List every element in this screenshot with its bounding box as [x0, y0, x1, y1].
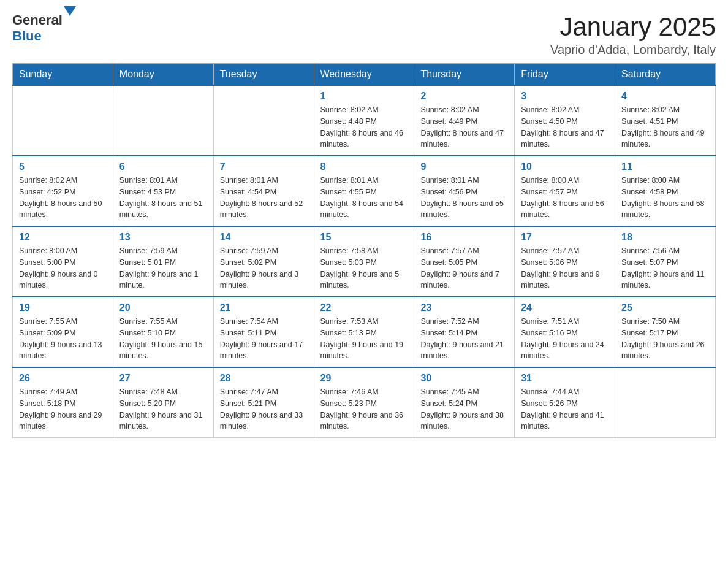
day-info: Sunrise: 7:55 AM Sunset: 5:10 PM Dayligh… — [119, 316, 207, 362]
header-tuesday: Tuesday — [213, 64, 314, 86]
day-info: Sunrise: 8:00 AM Sunset: 4:58 PM Dayligh… — [621, 175, 709, 221]
day-number: 16 — [420, 232, 508, 243]
calendar-cell — [615, 367, 716, 438]
week-row-5: 26Sunrise: 7:49 AM Sunset: 5:18 PM Dayli… — [13, 367, 716, 438]
day-info: Sunrise: 8:02 AM Sunset: 4:50 PM Dayligh… — [521, 104, 609, 150]
day-number: 6 — [119, 161, 207, 172]
day-info: Sunrise: 7:53 AM Sunset: 5:13 PM Dayligh… — [320, 316, 408, 362]
day-info: Sunrise: 7:54 AM Sunset: 5:11 PM Dayligh… — [220, 316, 308, 362]
day-number: 25 — [621, 302, 709, 313]
calendar-location: Vaprio d'Adda, Lombardy, Italy — [550, 43, 716, 57]
day-info: Sunrise: 8:02 AM Sunset: 4:52 PM Dayligh… — [19, 175, 107, 221]
day-number: 3 — [521, 91, 609, 102]
day-info: Sunrise: 8:01 AM Sunset: 4:54 PM Dayligh… — [220, 175, 308, 221]
page-header: General Blue January 2025 Vaprio d'Adda,… — [12, 12, 716, 57]
calendar-cell: 2Sunrise: 8:02 AM Sunset: 4:49 PM Daylig… — [414, 85, 515, 156]
day-info: Sunrise: 8:01 AM Sunset: 4:53 PM Dayligh… — [119, 175, 207, 221]
day-number: 12 — [19, 232, 107, 243]
day-info: Sunrise: 7:59 AM Sunset: 5:01 PM Dayligh… — [119, 245, 207, 291]
day-number: 26 — [19, 373, 107, 384]
calendar-cell: 11Sunrise: 8:00 AM Sunset: 4:58 PM Dayli… — [615, 156, 716, 226]
calendar-cell: 14Sunrise: 7:59 AM Sunset: 5:02 PM Dayli… — [213, 226, 314, 297]
header-wednesday: Wednesday — [314, 64, 414, 86]
calendar-cell: 28Sunrise: 7:47 AM Sunset: 5:21 PM Dayli… — [213, 367, 314, 438]
calendar-table: SundayMondayTuesdayWednesdayThursdayFrid… — [12, 63, 716, 438]
week-row-3: 12Sunrise: 8:00 AM Sunset: 5:00 PM Dayli… — [13, 226, 716, 297]
calendar-cell: 9Sunrise: 8:01 AM Sunset: 4:56 PM Daylig… — [414, 156, 515, 226]
calendar-cell: 19Sunrise: 7:55 AM Sunset: 5:09 PM Dayli… — [13, 297, 113, 367]
calendar-cell: 30Sunrise: 7:45 AM Sunset: 5:24 PM Dayli… — [414, 367, 515, 438]
calendar-cell — [213, 85, 314, 156]
calendar-cell: 26Sunrise: 7:49 AM Sunset: 5:18 PM Dayli… — [13, 367, 113, 438]
day-number: 27 — [119, 373, 207, 384]
logo-text: General Blue — [12, 12, 76, 44]
day-number: 23 — [420, 302, 508, 313]
day-info: Sunrise: 7:58 AM Sunset: 5:03 PM Dayligh… — [320, 245, 408, 291]
day-number: 22 — [320, 302, 408, 313]
day-number: 13 — [119, 232, 207, 243]
day-info: Sunrise: 8:01 AM Sunset: 4:56 PM Dayligh… — [420, 175, 508, 221]
day-info: Sunrise: 8:02 AM Sunset: 4:49 PM Dayligh… — [420, 104, 508, 150]
day-number: 29 — [320, 373, 408, 384]
week-row-1: 1Sunrise: 8:02 AM Sunset: 4:48 PM Daylig… — [13, 85, 716, 156]
calendar-cell: 15Sunrise: 7:58 AM Sunset: 5:03 PM Dayli… — [314, 226, 414, 297]
day-number: 15 — [320, 232, 408, 243]
day-number: 11 — [621, 161, 709, 172]
calendar-cell: 3Sunrise: 8:02 AM Sunset: 4:50 PM Daylig… — [515, 85, 615, 156]
day-number: 5 — [19, 161, 107, 172]
header-thursday: Thursday — [414, 64, 515, 86]
day-info: Sunrise: 8:02 AM Sunset: 4:48 PM Dayligh… — [320, 104, 408, 150]
week-row-2: 5Sunrise: 8:02 AM Sunset: 4:52 PM Daylig… — [13, 156, 716, 226]
day-info: Sunrise: 7:48 AM Sunset: 5:20 PM Dayligh… — [119, 386, 207, 432]
calendar-cell: 1Sunrise: 8:02 AM Sunset: 4:48 PM Daylig… — [314, 85, 414, 156]
day-number: 1 — [320, 91, 408, 102]
day-info: Sunrise: 7:50 AM Sunset: 5:17 PM Dayligh… — [621, 316, 709, 362]
calendar-header-row: SundayMondayTuesdayWednesdayThursdayFrid… — [13, 64, 716, 86]
day-info: Sunrise: 7:44 AM Sunset: 5:26 PM Dayligh… — [521, 386, 609, 432]
calendar-cell: 24Sunrise: 7:51 AM Sunset: 5:16 PM Dayli… — [515, 297, 615, 367]
logo: General Blue — [12, 12, 76, 44]
calendar-cell: 5Sunrise: 8:02 AM Sunset: 4:52 PM Daylig… — [13, 156, 113, 226]
day-info: Sunrise: 7:49 AM Sunset: 5:18 PM Dayligh… — [19, 386, 107, 432]
day-info: Sunrise: 7:59 AM Sunset: 5:02 PM Dayligh… — [220, 245, 308, 291]
logo-blue: Blue — [12, 28, 42, 44]
calendar-cell: 8Sunrise: 8:01 AM Sunset: 4:55 PM Daylig… — [314, 156, 414, 226]
day-info: Sunrise: 7:57 AM Sunset: 5:06 PM Dayligh… — [521, 245, 609, 291]
day-info: Sunrise: 8:00 AM Sunset: 4:57 PM Dayligh… — [521, 175, 609, 221]
day-info: Sunrise: 7:52 AM Sunset: 5:14 PM Dayligh… — [420, 316, 508, 362]
day-number: 28 — [220, 373, 308, 384]
week-row-4: 19Sunrise: 7:55 AM Sunset: 5:09 PM Dayli… — [13, 297, 716, 367]
calendar-cell: 12Sunrise: 8:00 AM Sunset: 5:00 PM Dayli… — [13, 226, 113, 297]
calendar-cell: 29Sunrise: 7:46 AM Sunset: 5:23 PM Dayli… — [314, 367, 414, 438]
logo-general: General — [12, 12, 63, 28]
calendar-cell — [113, 85, 213, 156]
header-friday: Friday — [515, 64, 615, 86]
day-number: 7 — [220, 161, 308, 172]
day-number: 9 — [420, 161, 508, 172]
day-info: Sunrise: 7:57 AM Sunset: 5:05 PM Dayligh… — [420, 245, 508, 291]
day-info: Sunrise: 8:02 AM Sunset: 4:51 PM Dayligh… — [621, 104, 709, 150]
day-number: 19 — [19, 302, 107, 313]
calendar-cell: 16Sunrise: 7:57 AM Sunset: 5:05 PM Dayli… — [414, 226, 515, 297]
day-info: Sunrise: 7:55 AM Sunset: 5:09 PM Dayligh… — [19, 316, 107, 362]
day-number: 4 — [621, 91, 709, 102]
day-number: 20 — [119, 302, 207, 313]
day-info: Sunrise: 7:45 AM Sunset: 5:24 PM Dayligh… — [420, 386, 508, 432]
calendar-cell: 25Sunrise: 7:50 AM Sunset: 5:17 PM Dayli… — [615, 297, 716, 367]
day-info: Sunrise: 8:00 AM Sunset: 5:00 PM Dayligh… — [19, 245, 107, 291]
calendar-cell: 4Sunrise: 8:02 AM Sunset: 4:51 PM Daylig… — [615, 85, 716, 156]
calendar-title: January 2025 — [550, 12, 716, 42]
day-info: Sunrise: 7:51 AM Sunset: 5:16 PM Dayligh… — [521, 316, 609, 362]
day-number: 31 — [521, 373, 609, 384]
calendar-cell: 31Sunrise: 7:44 AM Sunset: 5:26 PM Dayli… — [515, 367, 615, 438]
day-number: 14 — [220, 232, 308, 243]
day-number: 18 — [621, 232, 709, 243]
calendar-cell: 10Sunrise: 8:00 AM Sunset: 4:57 PM Dayli… — [515, 156, 615, 226]
day-number: 10 — [521, 161, 609, 172]
header-saturday: Saturday — [615, 64, 716, 86]
calendar-cell: 13Sunrise: 7:59 AM Sunset: 5:01 PM Dayli… — [113, 226, 213, 297]
calendar-cell — [13, 85, 113, 156]
day-info: Sunrise: 7:56 AM Sunset: 5:07 PM Dayligh… — [621, 245, 709, 291]
header-sunday: Sunday — [13, 64, 113, 86]
day-number: 24 — [521, 302, 609, 313]
